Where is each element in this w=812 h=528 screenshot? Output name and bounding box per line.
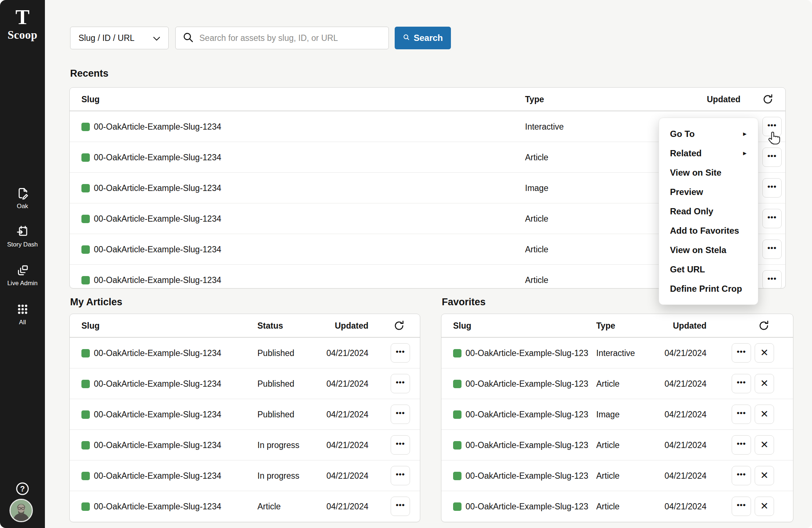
table-row[interactable]: 00-OakArticle-Example-Slug-123 Article 0… <box>441 429 793 460</box>
updated-cell: 04/21/2024 <box>326 460 368 491</box>
remove-favorite-button[interactable]: ✕ <box>755 497 774 516</box>
slug-cell: 00-OakArticle-Example-Slug-123 <box>466 338 588 368</box>
search-input[interactable] <box>199 33 382 43</box>
row-actions-button[interactable]: ••• <box>762 270 782 288</box>
menu-item-go-to[interactable]: Go To▸ <box>659 124 758 144</box>
table-row[interactable]: 00-OakArticle-Example-Slug-1234 Publishe… <box>70 368 420 399</box>
close-icon: ✕ <box>760 471 769 481</box>
asset-status-square-icon <box>453 349 461 357</box>
type-cell: Image <box>596 399 620 430</box>
search-filter-value: Slug / ID / URL <box>78 33 134 43</box>
updated-cell: 04/21/2024 <box>326 399 368 430</box>
table-row[interactable]: 00-OakArticle-Example-Slug-123 Article 0… <box>441 491 793 521</box>
column-header-updated: Updated <box>707 88 740 111</box>
refresh-button[interactable] <box>393 320 405 332</box>
updated-cell: 04/21/2024 <box>664 338 706 368</box>
menu-item-label: Go To <box>670 129 695 139</box>
slug-cell: 00-OakArticle-Example-Slug-1234 <box>94 203 221 234</box>
table-row[interactable]: 00-OakArticle-Example-Slug-123 Article 0… <box>441 460 793 491</box>
remove-favorite-button[interactable]: ✕ <box>755 343 774 363</box>
row-actions-button[interactable]: ••• <box>391 374 410 393</box>
remove-favorite-button[interactable]: ✕ <box>755 466 774 485</box>
menu-item-preview[interactable]: Preview <box>659 182 758 202</box>
asset-status-square-icon <box>81 215 90 223</box>
menu-item-view-on-stela[interactable]: View on Stela <box>659 240 758 260</box>
type-cell: Interactive <box>596 338 635 368</box>
remove-favorite-button[interactable]: ✕ <box>755 435 774 455</box>
menu-item-get-url[interactable]: Get URL <box>659 260 758 279</box>
slug-cell: 00-OakArticle-Example-Slug-1234 <box>94 265 221 288</box>
ellipsis-icon: ••• <box>737 440 746 450</box>
refresh-button[interactable] <box>762 93 774 106</box>
sidebar-item-all[interactable]: All <box>0 302 45 326</box>
refresh-button[interactable] <box>758 320 770 332</box>
menu-item-read-only[interactable]: Read Only <box>659 202 758 221</box>
row-actions-button[interactable]: ••• <box>732 435 751 455</box>
table-row[interactable]: 00-OakArticle-Example-Slug-1234 Publishe… <box>70 337 420 368</box>
ellipsis-icon: ••• <box>767 275 777 285</box>
type-cell: Article <box>596 430 620 460</box>
row-actions-button[interactable]: ••• <box>762 117 782 136</box>
row-actions-button[interactable]: ••• <box>391 435 410 455</box>
asset-status-square-icon <box>453 410 461 419</box>
updated-cell: 04/21/2024 <box>664 399 706 430</box>
help-button[interactable]: ? <box>15 481 30 496</box>
table-row[interactable]: 00-OakArticle-Example-Slug-1234 Article … <box>70 491 420 521</box>
sidebar-item-label: Oak <box>0 203 45 210</box>
search-button[interactable]: Search <box>395 27 451 49</box>
close-icon: ✕ <box>760 348 769 358</box>
slug-cell: 00-OakArticle-Example-Slug-123 <box>466 460 588 491</box>
row-actions-button[interactable]: ••• <box>762 148 782 167</box>
menu-item-related[interactable]: Related▸ <box>659 144 758 163</box>
ellipsis-icon: ••• <box>396 440 405 450</box>
row-actions-button[interactable]: ••• <box>391 405 410 424</box>
row-actions-button[interactable]: ••• <box>732 343 751 363</box>
ellipsis-icon: ••• <box>767 213 777 224</box>
menu-item-label: Read Only <box>670 206 713 216</box>
user-avatar[interactable] <box>9 499 33 522</box>
sidebar-item-oak[interactable]: Oak <box>0 186 45 210</box>
updated-cell: 04/21/2024 <box>326 491 368 522</box>
updated-cell: 04/21/2024 <box>664 430 706 460</box>
slug-cell: 00-OakArticle-Example-Slug-1234 <box>94 111 221 142</box>
menu-item-label: View on Site <box>670 168 721 177</box>
menu-item-define-print-crop[interactable]: Define Print Crop <box>659 279 758 298</box>
row-actions-button[interactable]: ••• <box>762 240 782 259</box>
row-actions-button[interactable]: ••• <box>762 178 782 198</box>
ellipsis-icon: ••• <box>767 121 777 132</box>
column-header-slug: Slug <box>453 314 471 337</box>
table-row[interactable]: 00-OakArticle-Example-Slug-123 Interacti… <box>441 337 793 368</box>
row-actions-button[interactable]: ••• <box>732 466 751 485</box>
row-actions-button[interactable]: ••• <box>732 497 751 516</box>
row-actions-button[interactable]: ••• <box>732 405 751 424</box>
menu-item-view-on-site[interactable]: View on Site <box>659 163 758 182</box>
row-actions-button[interactable]: ••• <box>762 209 782 228</box>
document-pencil-icon <box>0 186 45 200</box>
remove-favorite-button[interactable]: ✕ <box>755 374 774 393</box>
recents-header-row: Slug Type Updated <box>70 88 785 111</box>
type-cell: Article <box>525 234 548 265</box>
updated-cell: 04/21/2024 <box>326 430 368 460</box>
asset-status-square-icon <box>81 472 90 480</box>
sidebar-item-story-dash[interactable]: Story Dash <box>0 225 45 248</box>
row-actions-button[interactable]: ••• <box>391 343 410 363</box>
search-filter-dropdown[interactable]: Slug / ID / URL <box>70 27 169 49</box>
table-row[interactable]: 00-OakArticle-Example-Slug-123 Image 04/… <box>441 399 793 429</box>
column-header-type: Type <box>596 314 615 337</box>
updated-cell: 04/21/2024 <box>326 338 368 368</box>
slug-cell: 00-OakArticle-Example-Slug-1234 <box>94 142 221 173</box>
row-actions-button[interactable]: ••• <box>391 466 410 485</box>
row-actions-button[interactable]: ••• <box>732 374 751 393</box>
sidebar-item-live-admin[interactable]: Live Admin <box>0 263 45 287</box>
table-row[interactable]: 00-OakArticle-Example-Slug-123 Article 0… <box>441 368 793 399</box>
table-row[interactable]: 00-OakArticle-Example-Slug-1234 Publishe… <box>70 399 420 429</box>
slug-cell: 00-OakArticle-Example-Slug-1234 <box>94 460 221 491</box>
remove-favorite-button[interactable]: ✕ <box>755 405 774 424</box>
chevron-down-icon <box>153 33 160 43</box>
favorites-table: Slug Type Updated 00-OakArticle-Example-… <box>441 314 793 522</box>
table-row[interactable]: 00-OakArticle-Example-Slug-1234 In progr… <box>70 460 420 491</box>
table-row[interactable]: 00-OakArticle-Example-Slug-1234 In progr… <box>70 429 420 460</box>
row-actions-button[interactable]: ••• <box>391 497 410 516</box>
nyt-t-logo-icon: T <box>0 7 45 28</box>
menu-item-add-to-favorites[interactable]: Add to Favorites <box>659 221 758 240</box>
